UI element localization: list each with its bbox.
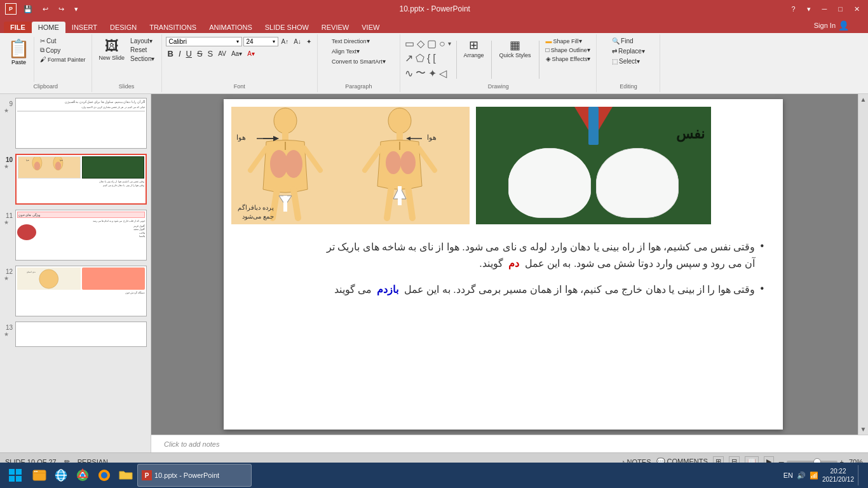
taskbar-folder-button[interactable] <box>116 464 136 487</box>
slide-item-11[interactable]: 11 ★ ویژگی های خون خونی که از قلب خارج م… <box>3 208 148 262</box>
content-area[interactable]: ▲ ▼ <box>151 94 868 435</box>
font-color-button[interactable]: A▾ <box>245 50 257 58</box>
slide-item-12[interactable]: 12 ★ بدن انسان دستگاه <box>3 264 148 318</box>
underline-button[interactable]: U <box>184 48 194 59</box>
select-button[interactable]: ⬚ Select ▾ <box>610 57 642 65</box>
tab-view[interactable]: VIEW <box>355 22 386 33</box>
replace-button[interactable]: ⇄ Replace ▾ <box>610 47 647 55</box>
clear-format-button[interactable]: ✦ <box>304 37 313 46</box>
slide-thumb-11[interactable]: ویژگی های خون خونی که از قلب خارج می شود… <box>15 210 147 261</box>
font-group: Calibri ▾ 24 ▾ A↑ A↓ ✦ B I U S S AV Aa▾ … <box>162 34 318 92</box>
slide-thumb-13[interactable] <box>15 322 147 347</box>
tab-review[interactable]: REVIEW <box>315 22 355 33</box>
tab-design[interactable]: DESIGN <box>104 22 143 33</box>
svg-rect-37 <box>9 469 15 475</box>
more-shapes-icon[interactable]: ▾ <box>447 39 452 48</box>
freeform-icon[interactable]: 〜 <box>415 66 426 81</box>
case-button[interactable]: Aa▾ <box>229 50 244 58</box>
bold-button[interactable]: B <box>166 48 175 59</box>
callout-icon[interactable]: ◁ <box>438 67 447 80</box>
scroll-up-button[interactable]: ▲ <box>858 94 868 105</box>
close-button[interactable]: ✕ <box>851 4 863 15</box>
char-spacing-button[interactable]: AV <box>216 50 228 58</box>
slide-item-10[interactable]: 10 ★ هوا هوا <box>3 152 148 206</box>
paste-icon: 📋 <box>8 38 30 59</box>
slide-number-10: 10 <box>4 154 13 163</box>
circle-icon[interactable]: ○ <box>438 37 446 50</box>
italic-button[interactable]: I <box>177 48 183 59</box>
shape-outline-button[interactable]: □ Shape Outline ▾ <box>544 46 593 54</box>
rounded-rect-icon[interactable]: ▢ <box>426 37 437 50</box>
tab-animations[interactable]: ANIMATIONS <box>203 22 259 33</box>
speaker-icon[interactable]: 🔊 <box>797 471 806 480</box>
taskbar-ie-button[interactable] <box>51 464 71 487</box>
taskbar-ppt-icon: P <box>142 470 152 480</box>
bracket-icon[interactable]: [ <box>432 52 436 65</box>
reset-button[interactable]: Reset <box>128 46 156 54</box>
slide-item-9[interactable]: 9 ★ اگر آن را با دهان ببندیم. سلول ها بر… <box>3 97 148 150</box>
section-button[interactable]: Section ▾ <box>128 55 156 63</box>
decrease-font-button[interactable]: A↓ <box>292 37 303 46</box>
start-button[interactable] <box>3 464 28 487</box>
slide-thumb-12[interactable]: بدن انسان دستگاه گردش خون <box>15 266 147 316</box>
tab-home[interactable]: HOME <box>32 22 65 33</box>
help-button[interactable]: ? <box>788 4 798 14</box>
slide-options: Layout ▾ Reset Section ▾ <box>128 37 156 63</box>
slide-thumb-content-12: بدن انسان دستگاه گردش خون <box>16 266 146 316</box>
network-icon[interactable]: 📶 <box>810 471 818 480</box>
font-name-dropdown[interactable]: Calibri ▾ <box>166 37 242 46</box>
taskbar-ppt-button[interactable]: P 10.pptx - PowerPoint <box>137 464 252 487</box>
restore-button[interactable]: □ <box>835 4 846 14</box>
minimize-button[interactable]: ─ <box>819 4 831 14</box>
slide-number-11: 11 <box>4 210 13 219</box>
shape-effects-button[interactable]: ◈ Shape Effects ▾ <box>544 55 593 63</box>
taskbar-chrome-button[interactable] <box>72 464 93 487</box>
taskbar-explorer-button[interactable] <box>29 464 50 487</box>
svg-point-43 <box>34 471 36 472</box>
rect-icon[interactable]: ▭ <box>404 37 415 50</box>
paste-button[interactable]: 📋 Paste <box>4 37 34 82</box>
undo-button[interactable]: ↩ <box>39 4 51 15</box>
font-size-dropdown[interactable]: 24 ▾ <box>243 37 278 46</box>
shape-fill-button[interactable]: ▬ Shape Fill ▾ <box>544 37 593 45</box>
tab-transitions[interactable]: TRANSITIONS <box>143 22 203 33</box>
brace-icon[interactable]: { <box>426 52 431 65</box>
save-button[interactable]: 💾 <box>20 4 36 15</box>
format-painter-button[interactable]: 🖌 Format Painter <box>38 55 88 64</box>
shadow-button[interactable]: S <box>206 48 215 59</box>
redo-button[interactable]: ↪ <box>55 4 67 15</box>
copy-button[interactable]: ⧉ Copy <box>38 46 88 55</box>
show-desktop-button[interactable] <box>858 465 860 485</box>
cut-button[interactable]: ✂ Cut <box>38 37 88 45</box>
slide-thumb-9[interactable]: اگر آن را با دهان ببندیم. سلول ها برای ع… <box>15 98 147 149</box>
curve-icon[interactable]: ∿ <box>404 67 414 80</box>
new-slide-button[interactable]: 🖼 New Slide <box>97 37 128 62</box>
arrange-button[interactable]: ⊞ Arrange <box>461 37 487 82</box>
convert-smartart-button[interactable]: Convert to SmartArt ▾ <box>330 57 388 65</box>
slide-thumb-10[interactable]: هوا هوا وقتی نفس می کشیم، هوا از راه بین… <box>15 154 147 205</box>
notes-area[interactable]: Click to add notes <box>151 435 868 452</box>
tab-slideshow[interactable]: SLIDE SHOW <box>259 22 315 33</box>
increase-font-button[interactable]: A↑ <box>280 37 291 46</box>
taskbar-firefox-button[interactable] <box>94 464 114 487</box>
scroll-down-button[interactable]: ▼ <box>858 424 868 435</box>
tab-file[interactable]: FILE <box>4 22 32 33</box>
align-text-button[interactable]: Align Text ▾ <box>330 47 362 55</box>
ppt-app-icon: P <box>5 3 17 15</box>
ribbon-toggle-button[interactable]: ▾ <box>804 4 814 15</box>
pentagon-icon[interactable]: ⬠ <box>415 51 425 65</box>
slide-number-13: 13 <box>4 322 13 331</box>
slide-item-13[interactable]: 13 ★ <box>3 320 148 348</box>
quick-styles-button[interactable]: ▦ Quick Styles <box>496 37 534 82</box>
star-icon[interactable]: ✦ <box>428 67 437 80</box>
customize-button[interactable]: ▾ <box>71 4 81 15</box>
main-area: 9 ★ اگر آن را با دهان ببندیم. سلول ها بر… <box>0 94 868 452</box>
text-direction-button[interactable]: Text Direction ▾ <box>330 37 372 45</box>
diamond-icon[interactable]: ◇ <box>416 37 425 50</box>
tab-insert[interactable]: INSERT <box>65 22 104 33</box>
arrow-icon[interactable]: ↗ <box>404 51 414 65</box>
layout-button[interactable]: Layout ▾ <box>128 37 156 45</box>
sign-in-button[interactable]: Sign In 👤 <box>814 20 849 33</box>
strikethrough-button[interactable]: S <box>195 48 205 59</box>
find-button[interactable]: 🔍 Find <box>610 37 635 45</box>
